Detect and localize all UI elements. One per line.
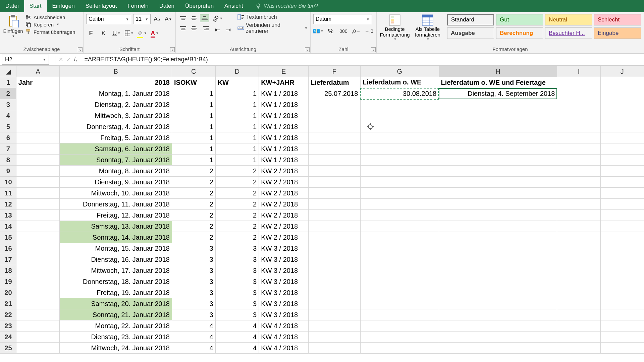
align-center-button[interactable]: [189, 24, 199, 32]
cell-D4[interactable]: 1: [215, 110, 259, 121]
cell-E15[interactable]: KW 2 / 2018: [259, 232, 309, 243]
cell-B1[interactable]: 2018: [60, 77, 172, 88]
decrease-font-button[interactable]: A▼: [164, 15, 173, 23]
cell-J18[interactable]: [600, 265, 644, 276]
cell-B22[interactable]: Sonntag, 21. Januar 2018: [60, 309, 172, 320]
cell-B24[interactable]: Dienstag, 23. Januar 2018: [60, 331, 172, 343]
cell-E23[interactable]: KW 4 / 2018: [259, 320, 309, 331]
dialog-launcher-clipboard[interactable]: ↘: [78, 47, 83, 52]
cell-H2[interactable]: Dienstag, 4. September 2018: [439, 88, 557, 99]
cell-H7[interactable]: [439, 143, 557, 155]
cell-J7[interactable]: [600, 143, 644, 155]
align-middle-button[interactable]: [189, 14, 199, 22]
row-header-7[interactable]: 7: [0, 143, 16, 155]
row-header-5[interactable]: 5: [0, 121, 16, 132]
cell-J17[interactable]: [600, 254, 644, 265]
cell-H15[interactable]: [439, 232, 557, 243]
cell-I14[interactable]: [557, 221, 600, 232]
cell-D13[interactable]: 2: [215, 210, 259, 221]
cell-C5[interactable]: 1: [172, 121, 215, 132]
cell-H6[interactable]: [439, 132, 557, 143]
cell-G24[interactable]: [360, 331, 439, 343]
cell-A21[interactable]: [16, 298, 60, 309]
cell-I8[interactable]: [557, 155, 600, 166]
cell-F12[interactable]: [309, 199, 361, 210]
bold-button[interactable]: F: [86, 29, 96, 38]
row-header-14[interactable]: 14: [0, 221, 16, 232]
cell-E17[interactable]: KW 3 / 2018: [259, 254, 309, 265]
cell-H9[interactable]: [439, 166, 557, 177]
cell-B9[interactable]: Montag, 8. Januar 2018: [60, 166, 172, 177]
cell-I10[interactable]: [557, 177, 600, 188]
cell-H14[interactable]: [439, 221, 557, 232]
cell-E8[interactable]: KW 1 / 2018: [259, 155, 309, 166]
col-header-J[interactable]: J: [600, 66, 644, 77]
cell-D12[interactable]: 2: [215, 199, 259, 210]
cell-C18[interactable]: 3: [172, 265, 215, 276]
cell-D9[interactable]: 2: [215, 166, 259, 177]
dialog-launcher-align[interactable]: ↘: [305, 47, 310, 52]
col-header-B[interactable]: B: [60, 66, 172, 77]
cell-I12[interactable]: [557, 199, 600, 210]
tab-start[interactable]: Start: [24, 0, 47, 12]
cell-A8[interactable]: [16, 155, 60, 166]
cell-H22[interactable]: [439, 309, 557, 320]
cell-C10[interactable]: 2: [172, 177, 215, 188]
cell-B20[interactable]: Freitag, 19. Januar 2018: [60, 287, 172, 298]
cell-E11[interactable]: KW 2 / 2018: [259, 188, 309, 199]
cell-B5[interactable]: Donnerstag, 4. Januar 2018: [60, 121, 172, 132]
cell-C14[interactable]: 2: [172, 221, 215, 232]
cell-E7[interactable]: KW 1 / 2018: [259, 143, 309, 155]
accept-formula-button[interactable]: ✓: [66, 56, 71, 63]
cell-F16[interactable]: [309, 243, 361, 254]
cell-I5[interactable]: [557, 121, 600, 132]
cell-D6[interactable]: 1: [215, 132, 259, 143]
cell-E5[interactable]: KW 1 / 2018: [259, 121, 309, 132]
borders-button[interactable]: ▼: [124, 29, 134, 38]
cell-B17[interactable]: Dienstag, 16. Januar 2018: [60, 254, 172, 265]
cell-G15[interactable]: [360, 232, 439, 243]
cell-C19[interactable]: 3: [172, 276, 215, 287]
formula-input[interactable]: =ARBEITSTAG(HEUTE();90;Feiertage!B1:B4): [82, 56, 644, 63]
name-box[interactable]: H2 ▼: [2, 55, 49, 65]
cell-C8[interactable]: 1: [172, 155, 215, 166]
row-header-2[interactable]: 2: [0, 88, 16, 99]
cell-B16[interactable]: Montag, 15. Januar 2018: [60, 243, 172, 254]
tab-view[interactable]: Ansicht: [219, 0, 249, 12]
cell-G3[interactable]: [360, 99, 439, 110]
cell-J25[interactable]: [600, 343, 644, 354]
cell-F1[interactable]: Lieferdatum: [309, 77, 361, 88]
cell-I17[interactable]: [557, 254, 600, 265]
cell-A13[interactable]: [16, 210, 60, 221]
row-header-20[interactable]: 20: [0, 287, 16, 298]
align-left-button[interactable]: [178, 24, 188, 32]
cell-H21[interactable]: [439, 298, 557, 309]
row-header-16[interactable]: 16: [0, 243, 16, 254]
cell-B25[interactable]: Mittwoch, 24. Januar 2018: [60, 343, 172, 354]
increase-font-button[interactable]: A▲: [153, 15, 162, 23]
cell-J24[interactable]: [600, 331, 644, 343]
style-gut[interactable]: Gut: [496, 14, 543, 25]
row-header-18[interactable]: 18: [0, 265, 16, 276]
cell-C21[interactable]: 3: [172, 298, 215, 309]
cell-J22[interactable]: [600, 309, 644, 320]
cell-C2[interactable]: 1: [172, 88, 215, 99]
cell-C16[interactable]: 3: [172, 243, 215, 254]
cell-I19[interactable]: [557, 276, 600, 287]
cell-A16[interactable]: [16, 243, 60, 254]
cell-J21[interactable]: [600, 298, 644, 309]
cell-A2[interactable]: [16, 88, 60, 99]
cell-B6[interactable]: Freitag, 5. Januar 2018: [60, 132, 172, 143]
row-header-24[interactable]: 24: [0, 331, 16, 343]
cell-B15[interactable]: Sonntag, 14. Januar 2018: [60, 232, 172, 243]
cell-F2[interactable]: 25.07.2018: [309, 88, 361, 99]
cell-F25[interactable]: [309, 343, 361, 354]
cell-G22[interactable]: [360, 309, 439, 320]
cell-B2[interactable]: Montag, 1. Januar 2018: [60, 88, 172, 99]
row-header-25[interactable]: 25: [0, 343, 16, 354]
cell-E1[interactable]: KW+JAHR: [259, 77, 309, 88]
cell-H25[interactable]: [439, 343, 557, 354]
cell-G14[interactable]: [360, 221, 439, 232]
cell-D21[interactable]: 3: [215, 298, 259, 309]
cell-D3[interactable]: 1: [215, 99, 259, 110]
